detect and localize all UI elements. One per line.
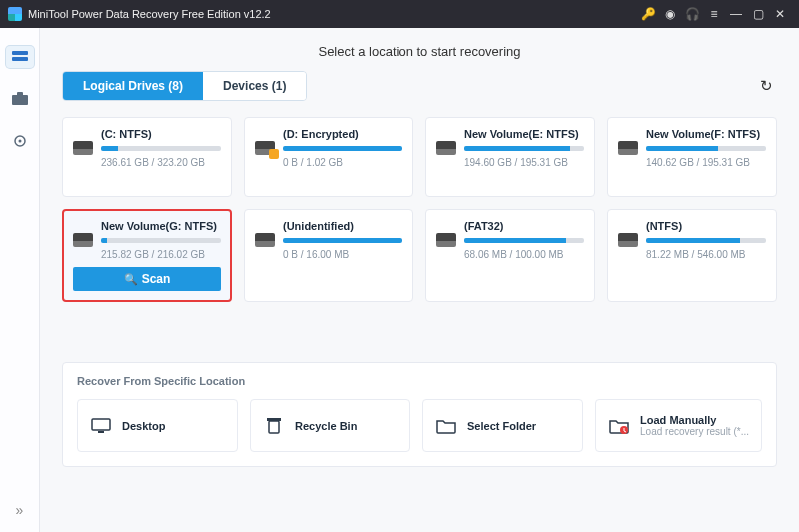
minimize-button[interactable]: — xyxy=(725,3,747,25)
drive-name: New Volume(E: NTFS) xyxy=(464,128,584,140)
drive-name: (FAT32) xyxy=(464,220,584,232)
svg-rect-1 xyxy=(12,57,28,61)
drive-name: New Volume(G: NTFS) xyxy=(101,220,221,232)
drive-size: 0 B / 1.02 GB xyxy=(283,157,402,168)
tab-logical-drives[interactable]: Logical Drives (8) xyxy=(63,72,203,100)
drive-size: 81.22 MB / 546.00 MB xyxy=(646,249,766,260)
refresh-icon[interactable]: ↻ xyxy=(755,75,777,97)
location-section: Recover From Specific Location Desktop R… xyxy=(62,362,777,467)
drive-name: (C: NTFS) xyxy=(101,128,221,140)
drive-size: 215.82 GB / 216.02 GB xyxy=(101,249,221,260)
drive-name: (D: Encrypted) xyxy=(283,128,402,140)
drive-usage-bar xyxy=(283,238,402,243)
scan-button[interactable]: Scan xyxy=(73,267,221,291)
drive-grid: (C: NTFS) 236.61 GB / 323.20 GB (D: Encr… xyxy=(62,117,777,302)
svg-rect-0 xyxy=(12,51,28,55)
location-desktop[interactable]: Desktop xyxy=(77,399,238,452)
svg-rect-3 xyxy=(17,92,23,96)
disk-icon xyxy=(436,233,456,247)
drive-name: (Unidentified) xyxy=(283,220,402,232)
drive-card[interactable]: (D: Encrypted) 0 B / 1.02 GB xyxy=(244,117,413,197)
drive-name: (NTFS) xyxy=(646,220,766,232)
drive-size: 194.60 GB / 195.31 GB xyxy=(464,157,584,168)
location-label: Load Manually xyxy=(640,414,749,426)
drive-card[interactable]: New Volume(G: NTFS) 215.82 GB / 216.02 G… xyxy=(62,209,232,302)
drive-usage-bar xyxy=(283,146,402,151)
drive-size: 68.06 MB / 100.00 MB xyxy=(464,249,584,260)
load-icon xyxy=(608,417,630,435)
drive-usage-bar xyxy=(464,238,584,243)
svg-rect-9 xyxy=(267,418,281,421)
svg-rect-6 xyxy=(92,419,110,430)
app-title: MiniTool Power Data Recovery Free Editio… xyxy=(28,8,271,20)
sidebar-drives-icon[interactable] xyxy=(6,46,34,68)
sidebar: » xyxy=(0,28,40,532)
app-logo-icon xyxy=(8,7,22,21)
svg-rect-2 xyxy=(12,95,28,105)
close-button[interactable]: ✕ xyxy=(769,3,791,25)
disk-icon xyxy=(618,141,638,155)
menu-icon[interactable]: ≡ xyxy=(703,3,725,25)
trash-icon xyxy=(263,417,285,435)
disk-icon xyxy=(436,141,456,155)
tabs: Logical Drives (8) Devices (1) xyxy=(62,71,307,101)
location-sub: Load recovery result (*... xyxy=(640,426,749,437)
sidebar-briefcase-icon[interactable] xyxy=(6,88,34,110)
tab-devices[interactable]: Devices (1) xyxy=(203,72,306,100)
drive-name: New Volume(F: NTFS) xyxy=(646,128,766,140)
maximize-button[interactable]: ▢ xyxy=(747,3,769,25)
location-load[interactable]: Load Manually Load recovery result (*... xyxy=(595,399,762,452)
headset-icon[interactable]: 🎧 xyxy=(681,3,703,25)
drive-usage-bar xyxy=(101,238,221,243)
titlebar: MiniTool Power Data Recovery Free Editio… xyxy=(0,0,799,28)
location-label: Desktop xyxy=(122,420,165,432)
location-trash[interactable]: Recycle Bin xyxy=(250,399,410,452)
sidebar-settings-icon[interactable] xyxy=(6,130,34,152)
drive-usage-bar xyxy=(646,238,766,243)
key-icon[interactable]: 🔑 xyxy=(637,3,659,25)
drive-usage-bar xyxy=(464,146,584,151)
location-label: Recycle Bin xyxy=(295,420,357,432)
drive-size: 236.61 GB / 323.20 GB xyxy=(101,157,221,168)
disk-icon xyxy=(73,233,93,247)
desktop-icon xyxy=(90,417,112,435)
location-folder[interactable]: Select Folder xyxy=(422,399,583,452)
location-section-title: Recover From Specific Location xyxy=(77,375,762,387)
drive-usage-bar xyxy=(101,146,221,151)
drive-usage-bar xyxy=(646,146,766,151)
drive-size: 140.62 GB / 195.31 GB xyxy=(646,157,766,168)
folder-icon xyxy=(435,417,457,435)
globe-icon[interactable]: ◉ xyxy=(659,3,681,25)
sidebar-expand-icon[interactable]: » xyxy=(16,502,24,518)
svg-point-5 xyxy=(18,140,21,143)
svg-rect-8 xyxy=(269,421,279,433)
drive-card[interactable]: New Volume(E: NTFS) 194.60 GB / 195.31 G… xyxy=(425,117,595,197)
drive-card[interactable]: (FAT32) 68.06 MB / 100.00 MB xyxy=(425,209,595,302)
drive-size: 0 B / 16.00 MB xyxy=(283,249,402,260)
page-heading: Select a location to start recovering xyxy=(62,38,777,71)
disk-icon xyxy=(255,141,275,155)
disk-icon xyxy=(255,233,275,247)
location-label: Select Folder xyxy=(467,420,536,432)
svg-rect-7 xyxy=(98,431,104,433)
disk-icon xyxy=(618,233,638,247)
drive-card[interactable]: (NTFS) 81.22 MB / 546.00 MB xyxy=(607,209,777,302)
drive-card[interactable]: (C: NTFS) 236.61 GB / 323.20 GB xyxy=(62,117,232,197)
drive-card[interactable]: (Unidentified) 0 B / 16.00 MB xyxy=(244,209,413,302)
disk-icon xyxy=(73,141,93,155)
drive-card[interactable]: New Volume(F: NTFS) 140.62 GB / 195.31 G… xyxy=(607,117,777,197)
